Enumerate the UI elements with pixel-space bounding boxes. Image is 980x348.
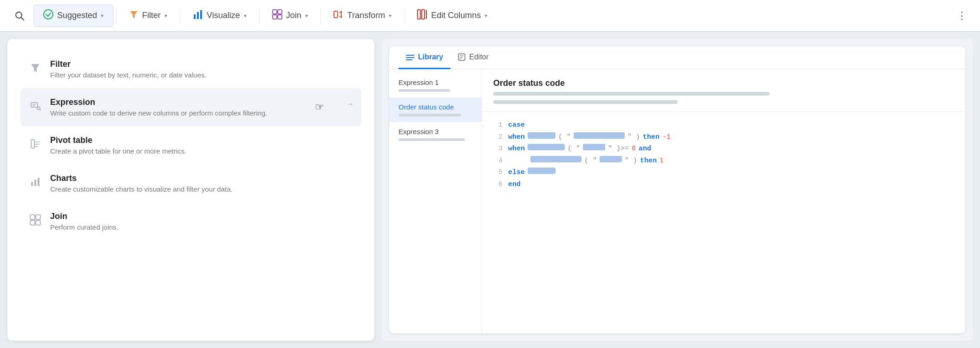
join-button[interactable]: Join ▾ [262,5,318,27]
code-line-3: 3 when ( " " )>= 0 and [493,143,954,155]
code-editor[interactable]: 1 case 2 when ( " [482,112,965,333]
transform-icon [333,9,344,22]
detail-title: Order status code [493,78,954,88]
card-body: Expression 1 Order status code Expressio… [389,69,965,333]
visualize-button[interactable]: Visualize ▾ [183,5,256,27]
visualize-icon [193,10,203,21]
pivot-item-desc: Create a pivot table for one or more met… [50,147,354,155]
library-tab[interactable]: Library [399,46,451,69]
expression-card: Library Editor [389,46,965,333]
divider-1 [116,7,117,24]
svg-point-19 [37,107,40,110]
charts-menu-icon [28,174,43,189]
code-line-2: 2 when ( " " ) then -1 [493,131,954,143]
card-tabs: Library Editor [389,46,965,69]
filter-button[interactable]: Filter ▾ [119,5,177,27]
code-then-1: then [643,131,660,143]
card-container: Library Editor [389,46,965,333]
code-else: else [508,167,525,179]
svg-rect-8 [278,10,282,14]
transform-button[interactable]: Transform ▾ [324,5,401,27]
code-when-2: when [508,143,525,155]
join-icon [272,9,282,22]
code-end: end [508,179,521,191]
svg-rect-27 [38,178,39,186]
filter-item-title: Filter [50,59,354,69]
expr3-item[interactable]: Expression 3 [389,122,482,147]
order-status-item[interactable]: Order status code [389,97,482,122]
join-item-content: Join Perform curated joins. [50,212,354,231]
expression-detail: Order status code 1 case [482,69,965,333]
edit-columns-icon [417,9,427,22]
expression-menu-item[interactable]: Expression Write custom code to derive n… [20,88,361,126]
edit-columns-button[interactable]: Edit Columns ▾ [407,5,497,27]
suggested-button[interactable]: Suggested ▾ [33,5,113,27]
svg-rect-5 [197,12,199,19]
charts-menu-item[interactable]: Charts Create customizable charts to vis… [20,164,361,202]
suggested-chevron: ▾ [101,13,104,19]
svg-marker-15 [31,64,39,72]
library-tab-label: Library [418,53,443,61]
svg-rect-29 [36,215,40,219]
code-val-neg1: -1 [662,131,671,143]
svg-rect-9 [273,15,277,19]
visualize-chevron: ▾ [244,13,247,19]
divider-2 [180,7,180,24]
code-case: case [508,119,525,131]
code-val-1: 1 [660,155,664,167]
svg-rect-13 [422,10,425,19]
svg-line-1 [21,17,24,20]
left-panel: Filter Filter your dataset by text, nume… [7,39,374,341]
more-button[interactable]: ⋮ [951,6,973,26]
expr3-bar [399,138,465,141]
expression-item-title: Expression [50,97,338,107]
code-bar-line4 [530,156,581,162]
expression-item-desc: Write custom code to derive new columns … [50,109,338,117]
pivot-menu-icon [28,136,43,151]
filter-menu-item[interactable]: Filter Filter your dataset by text, nume… [20,50,361,88]
right-panel: Library Editor [382,39,973,341]
filter-chevron: ▾ [164,13,167,19]
expr3-label: Expression 3 [399,128,472,135]
svg-rect-12 [418,10,420,19]
svg-rect-11 [334,11,338,18]
expr1-label: Expression 1 [399,78,472,86]
divider-5 [404,7,405,24]
svg-rect-7 [273,10,277,14]
code-when-1: when [508,131,525,143]
code-val-0: 0 [632,143,636,155]
code-line-5: 5 else [493,167,954,179]
edit-columns-chevron: ▾ [484,13,487,19]
expression-item-content: Expression Write custom code to derive n… [50,97,338,117]
code-bar-str1 [574,132,625,139]
code-then-2: then [640,155,657,167]
join-menu-item[interactable]: Join Perform curated joins. [20,202,361,240]
cursor-pointer-icon: ☞ [315,101,324,113]
svg-rect-30 [30,220,35,225]
divider-4 [320,7,321,24]
main-content: Filter Filter your dataset by text, nume… [0,32,980,348]
transform-label: Transform [347,11,385,20]
expression-arrow-icon: → [346,99,354,109]
svg-point-2 [44,10,53,19]
code-line-1: 1 case [493,119,954,131]
svg-line-20 [40,110,41,110]
svg-rect-16 [31,103,38,107]
search-button[interactable] [7,11,32,21]
code-bar-when2 [528,144,565,150]
filter-icon [129,10,138,21]
join-chevron: ▾ [305,13,308,19]
svg-rect-6 [200,10,202,19]
pivot-menu-item[interactable]: Pivot table Create a pivot table for one… [20,126,361,164]
editor-tab[interactable]: Editor [451,46,496,69]
suggested-label: Suggested [57,11,97,20]
code-and: and [639,143,651,155]
code-bar-when1 [528,132,555,139]
code-bar-str2 [583,144,605,150]
expr1-item[interactable]: Expression 1 [389,73,482,97]
code-bar-str3 [600,156,622,162]
code-line-6: 6 end [493,179,954,191]
filter-menu-icon [28,60,43,75]
svg-rect-31 [36,220,40,225]
svg-rect-26 [34,180,36,186]
